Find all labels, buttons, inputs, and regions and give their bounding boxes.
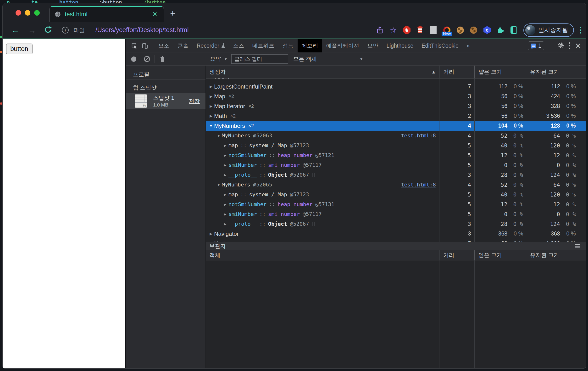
devtools-tab-요소[interactable]: 요소 — [154, 39, 173, 52]
heap-table-row[interactable]: ▶notSmiNumber::heap number@571215120 %12… — [206, 150, 586, 160]
devtools-menu-icon[interactable] — [569, 42, 570, 49]
retained-size-value: 124 — [526, 172, 560, 178]
devtools-close-icon[interactable]: ✕ — [575, 42, 581, 50]
macos-minimize-button[interactable] — [25, 10, 30, 16]
issues-button[interactable]: 1 — [528, 41, 544, 50]
disclosure-expanded-icon[interactable]: ▼ — [216, 183, 222, 187]
devtools-tab-메모리[interactable]: 메모리 — [298, 39, 322, 52]
tab-close-icon[interactable]: ✕ — [151, 11, 159, 18]
hexagon-extension-icon[interactable]: e — [483, 26, 491, 34]
lighthouse-extension-icon[interactable] — [416, 26, 424, 34]
perspective-select[interactable]: 요약 ▼ — [210, 52, 228, 65]
distance-column-header[interactable]: 거리 — [439, 65, 474, 78]
heap-table-row[interactable]: ▶__proto__::Object@520673280 %1240 % — [206, 219, 586, 229]
disclosure-collapsed-icon[interactable]: ▶ — [208, 104, 214, 109]
objects-scope-select[interactable]: 모든 객체 ▼ — [293, 52, 363, 65]
side-panel-icon[interactable] — [510, 26, 518, 34]
hamburger-menu-icon[interactable] — [575, 244, 580, 245]
new-tab-button[interactable]: + — [170, 9, 175, 17]
heap-table-row[interactable]: ▶Navigator33680 %3680 % — [206, 229, 586, 239]
sort-ascending-icon[interactable]: ▲ — [431, 69, 436, 75]
macos-maximize-button[interactable] — [34, 10, 40, 16]
devtools-tab-EditThisCookie[interactable]: EditThisCookie — [418, 39, 463, 52]
macos-close-button[interactable] — [16, 10, 21, 16]
devtools-tab-네트워크[interactable]: 네트워크 — [248, 39, 278, 52]
disclosure-expanded-icon[interactable]: ▼ — [216, 133, 222, 138]
disclosure-collapsed-icon[interactable]: ▶ — [222, 222, 229, 226]
disclosure-collapsed-icon[interactable]: ▶ — [208, 232, 214, 236]
heap-table-row[interactable]: ▶__proto__::Object@520673280 %1240 % — [206, 170, 586, 180]
source-link[interactable]: test.html:8 — [401, 182, 439, 188]
record-snapshot-icon[interactable] — [131, 56, 136, 62]
disclosure-collapsed-icon[interactable]: ▶ — [222, 163, 229, 167]
disclosure-collapsed-icon[interactable]: ▶ — [222, 153, 229, 157]
devtools-tab-콘솔[interactable]: 콘솔 — [173, 39, 193, 52]
inspect-element-icon[interactable] — [129, 39, 140, 52]
devtools-tab-성능[interactable]: 성능 — [278, 39, 298, 52]
bookmark-star-icon[interactable]: ☆ — [389, 26, 397, 34]
heap-table-row[interactable]: ▶Map×23560 %4240 % — [206, 91, 586, 101]
cookie-editor-extension-icon[interactable] — [470, 26, 477, 34]
retained-size-column-header[interactable]: 유지된 크기 — [526, 65, 586, 78]
snapshot-save-link[interactable]: 저장 — [189, 98, 200, 105]
disclosure-collapsed-icon[interactable]: ▶ — [208, 78, 214, 79]
profile-sync-pill[interactable]: 일시중지됨 — [523, 23, 574, 37]
heap-table-row[interactable]: ▶Node5280 %1 8000 % — [206, 239, 586, 242]
heap-table-row[interactable]: ▼MyNumbers@52065test.html:84520 %640 % — [206, 180, 586, 190]
share-icon[interactable] — [376, 26, 384, 34]
snapshot-list-item[interactable]: 스냅샷 1 1.0 MB 저장 — [126, 93, 206, 109]
disclosure-collapsed-icon[interactable]: ▶ — [208, 94, 214, 98]
browser-tab[interactable]: test.html ✕ — [50, 6, 164, 22]
class-filter-input[interactable] — [231, 54, 288, 64]
disclosure-collapsed-icon[interactable]: ▶ — [208, 85, 214, 89]
extensions-puzzle-icon[interactable] — [497, 26, 504, 34]
disclosure-collapsed-icon[interactable]: ▶ — [222, 143, 229, 148]
devtools-tab-애플리케이션[interactable]: 애플리케이션 — [322, 39, 363, 52]
object-column-header[interactable]: 객체 — [206, 250, 439, 260]
source-link[interactable]: test.html:8 — [401, 133, 439, 139]
heap-table-row[interactable]: ▼MyNumbers×241040 %1280 % — [206, 121, 586, 131]
heap-table-row[interactable]: ▶map::system / Map@571235400 %1200 % — [206, 141, 586, 150]
cookie-extension-icon[interactable] — [456, 26, 464, 34]
devtools-tab-소스[interactable]: 소스 — [229, 39, 248, 52]
heap-table-row[interactable]: ▶smiNumber::smi number@57117500 %00 % — [206, 160, 586, 170]
disclosure-expanded-icon[interactable]: ▼ — [208, 124, 214, 128]
distance-column-header[interactable]: 거리 — [439, 250, 474, 260]
devtools-tab-Lighthouse[interactable]: Lighthouse — [382, 39, 418, 52]
devtools-tab-»[interactable]: » — [463, 39, 474, 52]
address-bar-url[interactable]: /Users/yceffort/Desktop/test.html — [95, 26, 189, 34]
clear-all-icon[interactable] — [144, 56, 150, 62]
page-info-icon[interactable]: i — [62, 27, 69, 33]
heap-table-row[interactable]: ▶LargestContentfulPaint71120 %1120 % — [206, 82, 586, 91]
heap-table-row[interactable]: ▼MyNumbers@52063test.html:84520 %640 % — [206, 131, 586, 141]
heap-table-scroll-area[interactable]: ▶JSON×22560 %2560 %▶LargestContentfulPai… — [206, 78, 586, 242]
heap-table-row[interactable]: ▶map::system / Map@571235400 %1200 % — [206, 190, 586, 199]
heap-table-row[interactable]: ▶Map Iterator×23560 %3280 % — [206, 101, 586, 111]
disclosure-collapsed-icon[interactable]: ▶ — [222, 202, 229, 207]
delete-snapshot-icon[interactable] — [160, 56, 165, 63]
gray-square-extension-icon[interactable] — [430, 26, 437, 34]
forward-button[interactable]: → — [28, 26, 36, 34]
shallow-size-column-header[interactable]: 얕은 크기 — [474, 250, 526, 260]
heap-table-row[interactable]: ▶JSON×22560 %2560 % — [206, 78, 586, 82]
browser-menu-icon[interactable] — [580, 27, 581, 33]
heap-table-row[interactable]: ▶smiNumber::smi number@57117500 %00 % — [206, 209, 586, 219]
devtools-settings-icon[interactable] — [558, 42, 564, 49]
devtools-tab-보안[interactable]: 보안 — [363, 39, 382, 52]
shallow-size-column-header[interactable]: 얕은 크기 — [474, 65, 526, 78]
reload-button[interactable] — [44, 25, 52, 35]
constructor-column-header[interactable]: 생성자 ▲ — [206, 65, 439, 78]
devtools-tab-Recorder[interactable]: Recorder — [193, 39, 229, 52]
disclosure-collapsed-icon[interactable]: ▶ — [208, 114, 214, 118]
camera-extension-icon[interactable]: New — [443, 26, 451, 34]
disclosure-collapsed-icon[interactable]: ▶ — [222, 173, 229, 177]
disclosure-collapsed-icon[interactable]: ▶ — [222, 212, 229, 216]
back-button[interactable]: ← — [11, 26, 19, 34]
page-button[interactable]: button — [6, 44, 32, 54]
device-toolbar-icon[interactable] — [140, 39, 150, 52]
disclosure-collapsed-icon[interactable]: ▶ — [222, 192, 229, 197]
adblock-extension-icon[interactable] — [403, 26, 410, 34]
heap-table-row[interactable]: ▶Math×22560 %3 5360 % — [206, 111, 586, 121]
retained-size-column-header[interactable]: 유지된 크기 — [526, 250, 586, 260]
heap-table-row[interactable]: ▶notSmiNumber::heap number@571315120 %12… — [206, 199, 586, 209]
